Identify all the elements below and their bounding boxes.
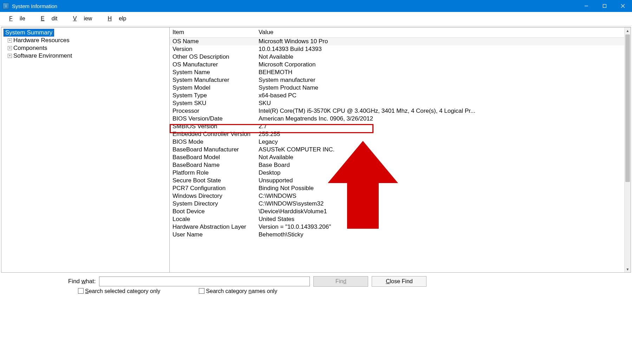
scroll-down-arrow[interactable]: ▼ — [625, 266, 631, 272]
check-search-selected[interactable]: Search selected category only — [78, 288, 160, 294]
cell-value: Microsoft Windows 10 Pro — [256, 38, 624, 45]
tree-item-label: Components — [13, 45, 47, 52]
cell-item: System Directory — [170, 200, 256, 208]
details-header: Item Value — [170, 27, 624, 38]
find-input[interactable] — [99, 277, 310, 286]
table-row[interactable]: System Typex64-based PC — [170, 92, 624, 99]
cell-value: Base Board — [256, 161, 624, 169]
cell-item: SMBIOS Version — [170, 123, 256, 130]
cell-value: 10.0.14393 Build 14393 — [256, 45, 624, 53]
window-controls — [577, 0, 632, 12]
cell-item: Locale — [170, 215, 256, 223]
menu-view[interactable]: View — [66, 13, 99, 24]
cell-item: System Type — [170, 92, 256, 99]
cell-value: \Device\HarddiskVolume1 — [256, 208, 624, 215]
menu-edit[interactable]: Edit — [34, 13, 65, 24]
table-row[interactable]: PCR7 ConfigurationBinding Not Possible — [170, 184, 624, 192]
cell-item: System Manufacturer — [170, 76, 256, 84]
tree-expander-icon[interactable]: + — [8, 54, 12, 58]
table-row[interactable]: Other OS DescriptionNot Available — [170, 53, 624, 61]
table-row[interactable]: System NameBEHEMOTH — [170, 69, 624, 76]
table-row[interactable]: LocaleUnited States — [170, 215, 624, 223]
cell-value: Intel(R) Core(TM) i5-3570K CPU @ 3.40GHz… — [256, 107, 624, 115]
table-row[interactable]: SMBIOS Version2.7 — [170, 123, 624, 130]
cell-item: BIOS Version/Date — [170, 115, 256, 123]
app-icon: i — [3, 3, 9, 9]
maximize-button[interactable] — [595, 0, 614, 12]
tree-item[interactable]: +Components — [4, 44, 167, 52]
cell-item: System Model — [170, 84, 256, 92]
minimize-icon — [584, 4, 588, 8]
table-row[interactable]: BIOS ModeLegacy — [170, 138, 624, 146]
table-row[interactable]: Secure Boot StateUnsupported — [170, 177, 624, 184]
cell-value: Desktop — [256, 169, 624, 177]
vertical-scrollbar[interactable]: ▲ ▼ — [624, 27, 631, 272]
main-content: System Summary +Hardware Resources+Compo… — [1, 27, 631, 273]
table-row[interactable]: Embedded Controller Version255.255 — [170, 130, 624, 138]
tree-item-label: Hardware Resources — [13, 37, 70, 44]
cell-item: BaseBoard Model — [170, 154, 256, 161]
cell-value: Legacy — [256, 138, 624, 146]
table-row[interactable]: Boot Device\Device\HarddiskVolume1 — [170, 208, 624, 215]
cell-value: 2.7 — [256, 123, 624, 130]
close-find-button[interactable]: Close Find — [372, 276, 426, 287]
scroll-thumb[interactable] — [625, 34, 630, 182]
cell-value: United States — [256, 215, 624, 223]
scroll-up-arrow[interactable]: ▲ — [625, 27, 631, 34]
cell-item: Boot Device — [170, 208, 256, 215]
minimize-button[interactable] — [577, 0, 595, 12]
table-row[interactable]: ProcessorIntel(R) Core(TM) i5-3570K CPU … — [170, 107, 624, 115]
cell-item: OS Manufacturer — [170, 61, 256, 69]
column-header-item[interactable]: Item — [170, 27, 256, 37]
cell-item: Processor — [170, 107, 256, 115]
cell-value: BEHEMOTH — [256, 69, 624, 76]
cell-value: SKU — [256, 99, 624, 107]
tree-expander-icon[interactable]: + — [8, 46, 12, 50]
cell-value: Not Available — [256, 53, 624, 61]
cell-item: Windows Directory — [170, 192, 256, 200]
table-row[interactable]: BaseBoard ManufacturerASUSTeK COMPUTER I… — [170, 146, 624, 154]
table-row[interactable]: Windows DirectoryC:\WINDOWS — [170, 192, 624, 200]
find-label: Find what: — [68, 278, 96, 285]
table-row[interactable]: Version10.0.14393 Build 14393 — [170, 45, 624, 53]
tree-root-system-summary[interactable]: System Summary — [4, 29, 54, 37]
cell-item: Other OS Description — [170, 53, 256, 61]
table-row[interactable]: BaseBoard NameBase Board — [170, 161, 624, 169]
table-row[interactable]: BaseBoard ModelNot Available — [170, 154, 624, 161]
table-row[interactable]: BIOS Version/DateAmerican Megatrends Inc… — [170, 115, 624, 123]
table-row[interactable]: OS NameMicrosoft Windows 10 Pro — [170, 38, 624, 45]
window-title: System Information — [12, 3, 57, 9]
svg-rect-1 — [603, 5, 606, 8]
cell-item: BIOS Mode — [170, 138, 256, 146]
table-row[interactable]: User NameBehemoth\Sticky — [170, 231, 624, 239]
table-row[interactable]: Hardware Abstraction LayerVersion = "10.… — [170, 223, 624, 231]
table-row[interactable]: System ModelSystem Product Name — [170, 84, 624, 92]
cell-item: BaseBoard Manufacturer — [170, 146, 256, 154]
cell-item: System SKU — [170, 99, 256, 107]
maximize-icon — [602, 4, 607, 8]
table-row[interactable]: OS ManufacturerMicrosoft Corporation — [170, 61, 624, 69]
table-row[interactable]: System ManufacturerSystem manufacturer — [170, 76, 624, 84]
cell-value: 255.255 — [256, 130, 624, 138]
table-row[interactable]: System SKUSKU — [170, 99, 624, 107]
tree-item[interactable]: +Hardware Resources — [4, 37, 167, 44]
cell-item: Embedded Controller Version — [170, 130, 256, 138]
column-header-value[interactable]: Value — [256, 27, 624, 37]
tree-item[interactable]: +Software Environment — [4, 52, 167, 60]
tree-expander-icon[interactable]: + — [8, 38, 12, 43]
checkbox-icon — [199, 288, 204, 294]
tree-panel[interactable]: System Summary +Hardware Resources+Compo… — [1, 27, 170, 273]
details-panel: Item Value OS NameMicrosoft Windows 10 P… — [170, 27, 631, 273]
cell-item: BaseBoard Name — [170, 161, 256, 169]
table-row[interactable]: Platform RoleDesktop — [170, 169, 624, 177]
check-search-names[interactable]: Search category names only — [199, 288, 277, 294]
find-button[interactable]: Find — [313, 276, 368, 287]
cell-value: C:\WINDOWS — [256, 192, 624, 200]
cell-value: American Megatrends Inc. 0906, 3/26/2012 — [256, 115, 624, 123]
cell-value: Unsupported — [256, 177, 624, 184]
table-row[interactable]: System DirectoryC:\WINDOWS\system32 — [170, 200, 624, 208]
close-button[interactable] — [614, 0, 632, 12]
menu-help[interactable]: Help — [101, 13, 133, 24]
menu-file[interactable]: File — [2, 13, 32, 24]
cell-value: System manufacturer — [256, 76, 624, 84]
